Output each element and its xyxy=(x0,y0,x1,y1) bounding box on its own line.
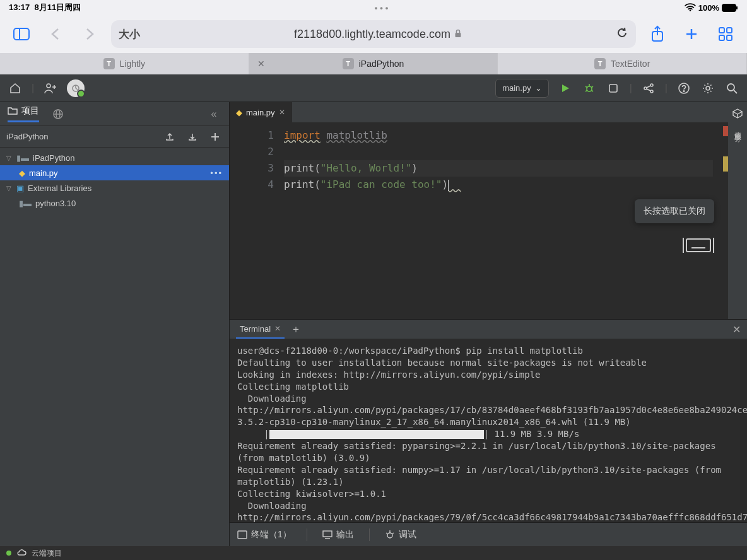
rail-label[interactable]: 依赖服务 xyxy=(733,126,743,131)
run-button[interactable] xyxy=(558,81,573,96)
svg-rect-54 xyxy=(238,531,247,539)
tool-terminal[interactable]: 终端（1） xyxy=(237,529,291,540)
share-graph-button[interactable] xyxy=(641,81,656,96)
tab-favicon: T xyxy=(594,58,606,69)
new-tab-button[interactable] xyxy=(679,21,704,47)
svg-point-35 xyxy=(706,86,710,90)
right-rail: 依赖服务 xyxy=(728,102,747,319)
editor-tab-label: main.py xyxy=(246,108,275,117)
tab-overview-button[interactable] xyxy=(713,21,738,47)
minimap[interactable] xyxy=(713,122,728,319)
browser-tab-ipadpython[interactable]: ✕ T iPadPython xyxy=(249,53,498,74)
cloud-icon xyxy=(16,549,26,558)
url-text: f2118d00.lightly.teamcode.com xyxy=(294,28,450,41)
new-terminal-button[interactable]: ＋ xyxy=(291,323,301,336)
lock-icon xyxy=(454,28,462,41)
svg-rect-3 xyxy=(14,28,29,40)
forward-button[interactable] xyxy=(77,21,102,47)
svg-rect-5 xyxy=(455,33,461,37)
progress-bar xyxy=(269,430,484,439)
share-button[interactable] xyxy=(645,21,670,47)
selection-toast: 长按选取已关闭 xyxy=(635,199,714,223)
search-button[interactable] xyxy=(724,81,739,96)
svg-line-25 xyxy=(585,90,587,91)
file-tree: ▽▮▬iPadPython ◆main.py••• ▽▣External Lib… xyxy=(0,148,229,546)
terminal-panel: Terminal ✕ ＋ ✕ user@dcs-f2118d00-0:/work… xyxy=(230,319,747,546)
ide-toolbar: | main.py ⌄ | | xyxy=(0,74,747,102)
stop-button[interactable] xyxy=(606,81,621,96)
svg-line-19 xyxy=(76,88,78,90)
svg-point-28 xyxy=(644,87,647,90)
status-date: 8月11日周四 xyxy=(34,3,81,12)
run-config-select[interactable]: main.py ⌄ xyxy=(495,79,549,98)
back-button[interactable] xyxy=(43,21,68,47)
terminal-tab-label: Terminal xyxy=(240,324,271,334)
tab-label: iPadPython xyxy=(359,59,404,69)
tree-folder-root[interactable]: ▽▮▬iPadPython xyxy=(0,150,229,165)
settings-button[interactable] xyxy=(700,81,715,96)
svg-line-23 xyxy=(585,86,587,88)
editor-tab-mainpy[interactable]: ◆ main.py ✕ xyxy=(230,102,292,122)
svg-point-30 xyxy=(650,90,653,93)
library-icon: ▣ xyxy=(16,184,24,193)
battery-pct: 100% xyxy=(698,3,719,13)
code-editor[interactable]: 1 2 3 4 import matplotlib print("Hello, … xyxy=(230,122,728,319)
debug-button[interactable] xyxy=(582,81,597,96)
tool-output[interactable]: 输出 xyxy=(322,529,354,540)
avatar[interactable] xyxy=(67,79,85,97)
tree-python310[interactable]: ▮▬python3.10 xyxy=(0,195,229,211)
collapse-sidebar-button[interactable]: « xyxy=(206,107,221,122)
editor-tab-bar: ◆ main.py ✕ xyxy=(230,102,728,122)
svg-line-24 xyxy=(591,86,593,88)
editor-tab-close[interactable]: ✕ xyxy=(279,108,285,117)
tab-label: Lightly xyxy=(120,59,145,69)
add-button[interactable] xyxy=(208,129,223,144)
svg-line-37 xyxy=(734,90,737,93)
svg-rect-10 xyxy=(719,28,724,33)
download-button[interactable] xyxy=(185,129,200,144)
sidebar-tab-web[interactable] xyxy=(50,107,66,122)
terminal-tab-close[interactable]: ✕ xyxy=(274,324,281,333)
tree-file-mainpy[interactable]: ◆main.py••• xyxy=(0,165,229,180)
sidebar-tab-project[interactable]: 项目 xyxy=(8,105,39,122)
help-button[interactable] xyxy=(676,81,691,96)
close-panel-button[interactable]: ✕ xyxy=(732,324,741,335)
svg-point-36 xyxy=(727,84,734,91)
svg-rect-27 xyxy=(609,85,617,92)
browser-tab-texteditor[interactable]: T TextEditor xyxy=(498,53,747,74)
bottom-tool-bar: 终端（1） 输出 调试 xyxy=(230,522,747,546)
status-time: 13:17 xyxy=(9,3,30,12)
invite-button[interactable] xyxy=(43,81,58,96)
svg-line-26 xyxy=(591,90,593,91)
terminal-output[interactable]: user@dcs-f2118d00-0:/workspace/iPadPytho… xyxy=(230,339,747,522)
browser-tab-lightly[interactable]: T Lightly xyxy=(0,53,249,74)
svg-rect-13 xyxy=(727,35,732,40)
home-button[interactable] xyxy=(8,81,23,96)
svg-rect-12 xyxy=(719,35,724,40)
reload-button[interactable] xyxy=(616,26,628,42)
tab-favicon: T xyxy=(103,58,115,69)
svg-rect-2 xyxy=(736,6,738,9)
svg-point-57 xyxy=(387,533,392,538)
services-icon[interactable] xyxy=(730,106,745,121)
text-size-button[interactable]: 大小 xyxy=(119,27,140,42)
svg-rect-55 xyxy=(323,531,332,537)
tab-close-button[interactable]: ✕ xyxy=(256,58,267,69)
terminal-tab[interactable]: Terminal ✕ xyxy=(236,320,285,339)
python-file-icon: ◆ xyxy=(236,108,242,117)
address-bar[interactable]: 大小 f2118d00.lightly.teamcode.com xyxy=(111,20,636,48)
sidebar-header: 项目 « xyxy=(0,102,229,126)
upload-button[interactable] xyxy=(162,129,177,144)
svg-point-0 xyxy=(690,9,691,11)
sidebar-toggle-button[interactable] xyxy=(9,21,34,47)
more-icon[interactable]: ••• xyxy=(210,168,223,178)
svg-line-60 xyxy=(392,533,394,534)
tree-external-libraries[interactable]: ▽▣External Libraries xyxy=(0,180,229,195)
terminal-tab-bar: Terminal ✕ ＋ ✕ xyxy=(230,320,747,339)
safari-toolbar: 大小 f2118d00.lightly.teamcode.com xyxy=(0,15,747,53)
keyboard-button[interactable] xyxy=(683,236,714,257)
tool-debug[interactable]: 调试 xyxy=(385,529,416,540)
multitask-dots[interactable]: ••• xyxy=(81,3,685,13)
project-title-bar: iPadPython xyxy=(0,126,229,148)
svg-rect-1 xyxy=(722,4,736,11)
